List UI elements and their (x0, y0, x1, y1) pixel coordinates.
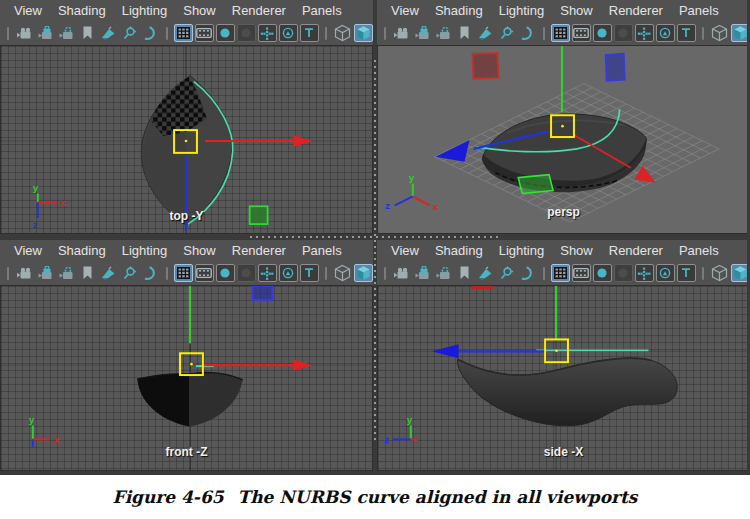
safe-action-icon[interactable] (656, 264, 675, 282)
menu-lighting[interactable]: Lighting (491, 3, 553, 18)
bookmark-icon[interactable] (455, 24, 474, 42)
viewport-canvas-side[interactable]: y z (378, 286, 749, 470)
menu-lighting[interactable]: Lighting (114, 243, 176, 258)
camera-icon[interactable] (15, 24, 34, 42)
menu-view[interactable]: View (383, 243, 427, 258)
menu-renderer[interactable]: Renderer (601, 243, 671, 258)
grid-icon[interactable] (174, 264, 193, 282)
field-chart-icon[interactable] (258, 264, 277, 282)
bookmark-icon[interactable] (455, 264, 474, 282)
wireframe-cube-icon[interactable] (333, 24, 352, 42)
safe-title-icon[interactable] (300, 264, 319, 282)
resolution-gate-icon[interactable] (216, 264, 235, 282)
grease-pencil-icon[interactable] (141, 24, 160, 42)
resolution-gate-icon[interactable] (593, 264, 612, 282)
camera-lock-icon[interactable] (413, 24, 432, 42)
move-manipulator[interactable] (180, 286, 312, 375)
gate-mask-icon[interactable] (237, 264, 256, 282)
field-chart-icon[interactable] (258, 24, 277, 42)
menu-renderer[interactable]: Renderer (224, 3, 294, 18)
menu-shading[interactable]: Shading (50, 3, 114, 18)
menu-renderer[interactable]: Renderer (224, 243, 294, 258)
bookmark-icon[interactable] (78, 24, 97, 42)
menu-lighting[interactable]: Lighting (491, 243, 553, 258)
menu-show[interactable]: Show (175, 3, 224, 18)
menu-renderer[interactable]: Renderer (601, 3, 671, 18)
menu-show[interactable]: Show (552, 243, 601, 258)
camera-lock-icon[interactable] (413, 264, 432, 282)
move-z-arrowhead[interactable] (436, 140, 470, 162)
camera-icon[interactable] (392, 264, 411, 282)
menu-panels[interactable]: Panels (671, 3, 727, 18)
wireframe-cube-icon[interactable] (710, 264, 729, 282)
safe-title-icon[interactable] (300, 24, 319, 42)
pane-divider-horizontal-grip[interactable] (250, 236, 498, 238)
pan-zoom-icon[interactable] (120, 24, 139, 42)
safe-action-icon[interactable] (279, 264, 298, 282)
safe-action-icon[interactable] (656, 24, 675, 42)
wireframe-cube-icon[interactable] (333, 264, 352, 282)
menu-show[interactable]: Show (552, 3, 601, 18)
film-gate-icon[interactable] (195, 24, 214, 42)
viewport-canvas-top[interactable]: y x z (1, 46, 372, 233)
move-x-arrowhead[interactable] (635, 166, 656, 183)
field-chart-icon[interactable] (635, 264, 654, 282)
resolution-gate-icon[interactable] (216, 24, 235, 42)
grease-pencil-icon[interactable] (518, 264, 537, 282)
menu-panels[interactable]: Panels (294, 243, 350, 258)
grid-icon[interactable] (551, 24, 570, 42)
shaded-cube-icon[interactable] (354, 264, 373, 282)
menu-panels[interactable]: Panels (294, 3, 350, 18)
move-x-arrowhead[interactable] (293, 359, 312, 371)
menu-shading[interactable]: Shading (427, 243, 491, 258)
gate-mask-icon[interactable] (614, 24, 633, 42)
bookmark-icon[interactable] (78, 264, 97, 282)
viewport-front[interactable]: y x front -Z (0, 285, 373, 471)
safe-action-icon[interactable] (279, 24, 298, 42)
image-plane-icon[interactable] (476, 24, 495, 42)
move-x-arrowhead[interactable] (293, 135, 312, 147)
safe-title-icon[interactable] (677, 24, 696, 42)
viewport-top[interactable]: y x z top -Y (0, 45, 373, 234)
pane-divider-vertical-grip[interactable] (374, 60, 376, 440)
camera-attributes-icon[interactable] (57, 24, 76, 42)
image-plane-icon[interactable] (476, 264, 495, 282)
move-z-arrowhead[interactable] (432, 344, 459, 358)
image-plane-icon[interactable] (99, 264, 118, 282)
camera-attributes-icon[interactable] (57, 264, 76, 282)
camera-attributes-icon[interactable] (434, 264, 453, 282)
gate-mask-icon[interactable] (614, 264, 633, 282)
pan-zoom-icon[interactable] (497, 24, 516, 42)
pan-zoom-icon[interactable] (497, 264, 516, 282)
menu-view[interactable]: View (6, 243, 50, 258)
grid-icon[interactable] (551, 264, 570, 282)
viewport-canvas-front[interactable]: y x (1, 286, 372, 470)
menu-view[interactable]: View (6, 3, 50, 18)
camera-lock-icon[interactable] (36, 24, 55, 42)
menu-panels[interactable]: Panels (671, 243, 727, 258)
menu-shading[interactable]: Shading (427, 3, 491, 18)
menu-show[interactable]: Show (175, 243, 224, 258)
viewport-canvas-persp[interactable]: y z x (378, 46, 749, 233)
safe-title-icon[interactable] (677, 264, 696, 282)
camera-attributes-icon[interactable] (434, 24, 453, 42)
image-plane-icon[interactable] (99, 24, 118, 42)
shaded-cube-icon[interactable] (354, 24, 373, 42)
film-gate-icon[interactable] (195, 264, 214, 282)
wireframe-cube-icon[interactable] (710, 24, 729, 42)
menu-view[interactable]: View (383, 3, 427, 18)
move-manipulator[interactable] (432, 286, 649, 362)
film-gate-icon[interactable] (572, 24, 591, 42)
viewport-persp[interactable]: y z x persp (377, 45, 750, 234)
menu-lighting[interactable]: Lighting (114, 3, 176, 18)
grid-icon[interactable] (174, 24, 193, 42)
grease-pencil-icon[interactable] (141, 264, 160, 282)
menu-shading[interactable]: Shading (50, 243, 114, 258)
resolution-gate-icon[interactable] (593, 24, 612, 42)
viewport-side[interactable]: y z side -X (377, 285, 750, 471)
camera-lock-icon[interactable] (36, 264, 55, 282)
gate-mask-icon[interactable] (237, 24, 256, 42)
pan-zoom-icon[interactable] (120, 264, 139, 282)
camera-icon[interactable] (15, 264, 34, 282)
field-chart-icon[interactable] (635, 24, 654, 42)
